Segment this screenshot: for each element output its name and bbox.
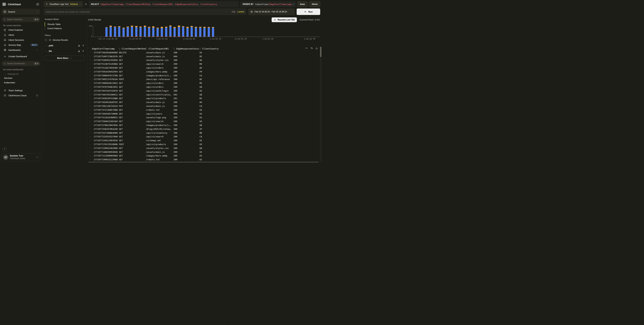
table-row[interactable]: 1771977109915123968GET/robots.txt200US [88, 158, 322, 161]
source-settings-gear-icon[interactable] [84, 3, 87, 5]
drag-handle-icon[interactable] [200, 48, 201, 50]
histogram-bar[interactable] [195, 27, 197, 37]
expand-row-button[interactable] [88, 98, 92, 99]
histogram-bar[interactable] [127, 26, 129, 37]
vertical-scrollbar-thumb[interactable] [320, 47, 322, 57]
table-row[interactable]: 1771977429451649792GET/assets/main.js200… [88, 100, 322, 104]
date-range-picker[interactable]: Feb 23 16:38:20 - Feb 25 16:38:20 [248, 8, 295, 15]
collapse-sidebar-icon[interactable] [36, 3, 39, 6]
table-row[interactable]: 1771977170170320896POST/api/v1/products2… [88, 142, 322, 146]
table-row[interactable]: 1771977364549739008GET/api/v1/users404US [88, 112, 322, 116]
histogram-bar[interactable] [169, 25, 172, 37]
histogram-bar[interactable] [199, 27, 201, 37]
saved-dashboards-input[interactable]: Saved Dashboards ⌘ K [2, 61, 40, 66]
histogram-bar[interactable] [165, 27, 167, 37]
expand-row-button[interactable] [88, 94, 92, 95]
table-row[interactable]: 1771977150952462080GET/assets/styles.css… [88, 146, 322, 150]
histogram-bar[interactable] [114, 26, 116, 37]
bar-chart-icon[interactable] [78, 44, 80, 47]
run-button[interactable]: Run [296, 8, 320, 15]
table-row[interactable]: 1771977444703206912GET/api/v1/notificati… [88, 93, 322, 97]
preset-services[interactable]: Services [2, 76, 40, 80]
table-row[interactable]: 1771977381128724224PUT/assets/main.js200… [88, 104, 322, 108]
sidebar-item-team-settings[interactable]: Team Settings [2, 88, 40, 93]
expand-row-button[interactable] [88, 144, 92, 145]
histogram-bar[interactable] [161, 27, 163, 37]
wrap-text-icon[interactable] [310, 47, 313, 49]
expand-row-button[interactable] [88, 101, 92, 103]
table-row[interactable]: 1771977225553527040GET/api/v1/search200C… [88, 135, 322, 139]
table-row[interactable]: 1771977501019442944GET/images/hero.webp2… [88, 70, 322, 74]
drag-handle-icon[interactable] [174, 48, 175, 50]
histogram-bar[interactable] [148, 27, 150, 37]
order-by-input[interactable]: ORDER BY toDateTime(EdgeStartTimestamp / [240, 1, 296, 7]
expand-row-button[interactable] [88, 147, 92, 149]
histogram-bar[interactable] [118, 26, 120, 37]
histogram-bar[interactable] [122, 28, 125, 37]
expand-row-button[interactable] [88, 63, 92, 65]
histogram-bar[interactable] [182, 26, 184, 37]
saved-searches-input[interactable]: Saved Searches ⌘ K [2, 17, 40, 22]
histogram-bar[interactable] [156, 28, 159, 37]
sidebar-item-client-sessions[interactable]: Client Sessions [2, 37, 40, 42]
histogram-bar[interactable] [174, 27, 176, 37]
expand-row-button[interactable] [88, 140, 92, 141]
select-columns-input[interactable]: SELECT EdgeStartTimestamp, ClientRequest… [89, 1, 239, 7]
expand-row-button[interactable] [88, 132, 92, 134]
table-row[interactable]: 1771977562054696960DELETE/assets/main.js… [88, 51, 322, 54]
column-header-ClientRequestMethod[interactable]: ClientRequestMethod [119, 47, 146, 50]
expand-row-button[interactable] [88, 155, 92, 157]
expand-row-button[interactable] [88, 159, 92, 160]
table-row[interactable]: 1771977294632285184GET/api/v1/search200U… [88, 119, 322, 123]
table-row[interactable]: 1771977258347964160GET/blog/2025/01/rele… [88, 127, 322, 131]
histogram-bar[interactable] [212, 27, 214, 37]
histogram-bar[interactable] [203, 27, 206, 37]
expand-row-button[interactable] [88, 52, 92, 53]
table-row[interactable]: 1771977496047072768GET/images/products/2… [88, 74, 322, 77]
horizontal-scrollbar-thumb[interactable] [88, 162, 319, 162]
denoise-results-toggle[interactable]: Denoise Results [45, 39, 84, 41]
histogram-bar[interactable] [186, 27, 188, 37]
table-row[interactable]: 1771977490563613952GET/api/v1/orders200M… [88, 81, 322, 85]
user-menu[interactable]: DT Dominic Tran ClickStack Demo [2, 153, 40, 161]
expand-row-button[interactable] [88, 75, 92, 76]
table-row[interactable]: 1771977111948904960GET/images/hero.webp2… [88, 154, 322, 158]
pin-icon[interactable] [82, 44, 84, 47]
expand-row-button[interactable] [88, 124, 92, 126]
histogram-bar[interactable] [152, 26, 154, 37]
expand-row-button[interactable] [88, 59, 92, 61]
expand-row-button[interactable] [88, 121, 92, 122]
histogram-bar[interactable] [135, 26, 138, 37]
table-row[interactable]: 1771977276623097856GET/images/products/1… [88, 123, 322, 127]
create-dashboard-button[interactable]: Create Dashboard [2, 54, 40, 59]
expand-row-button[interactable] [88, 55, 92, 57]
table-row[interactable]: 1771977495137478144POST/docs/api-referen… [88, 77, 322, 81]
sidebar-item-search[interactable]: Search [2, 9, 40, 15]
code-view-icon[interactable] [305, 47, 308, 49]
more-filters-button[interactable]: More filters [45, 56, 84, 60]
pin-icon[interactable] [82, 50, 84, 52]
resume-live-tail-button[interactable]: Resume Live Tail [272, 17, 297, 22]
table-row[interactable]: 1771977430320741888GET/api/v1/products20… [88, 97, 322, 100]
table-row[interactable]: 1771977257100864000GET/api/v1/inventory2… [88, 131, 322, 135]
help-button[interactable]: ? [2, 147, 7, 152]
expand-row-button[interactable] [88, 109, 92, 111]
table-row[interactable]: 1771977146659959040GET/assets/main.js200… [88, 150, 322, 154]
column-header-ClientRequestURI[interactable]: ClientRequestURI [146, 47, 174, 50]
expand-row-button[interactable] [88, 136, 92, 137]
table-row[interactable]: 1771977513675145984GET/api/v1/search200M… [88, 62, 322, 66]
histogram-bar[interactable] [106, 27, 108, 37]
expand-row-button[interactable] [88, 78, 92, 80]
sidebar-item-dashboards[interactable]: Dashboards [2, 47, 40, 52]
source-selector[interactable]: Cloudflare Logs Test Schema [44, 1, 83, 7]
column-header-ClientCountry[interactable]: ClientCountry [200, 47, 322, 50]
filter-field-file[interactable]: _file [45, 50, 84, 52]
chart-plot[interactable]: 2400Feb 23 4:00:00 PM11:00:00 PM5:00:00 … [93, 26, 320, 37]
denoise-checkbox[interactable] [45, 39, 47, 41]
sql-toggle[interactable]: SQL [232, 10, 236, 13]
expand-row-button[interactable] [88, 117, 92, 118]
expand-row-button[interactable] [88, 90, 92, 92]
histogram-bar[interactable] [131, 26, 133, 37]
table-row[interactable]: 1771977549717662976GET/assets/main.js404… [88, 54, 322, 58]
preset-kubernetes[interactable]: Kubernetes [2, 80, 40, 85]
